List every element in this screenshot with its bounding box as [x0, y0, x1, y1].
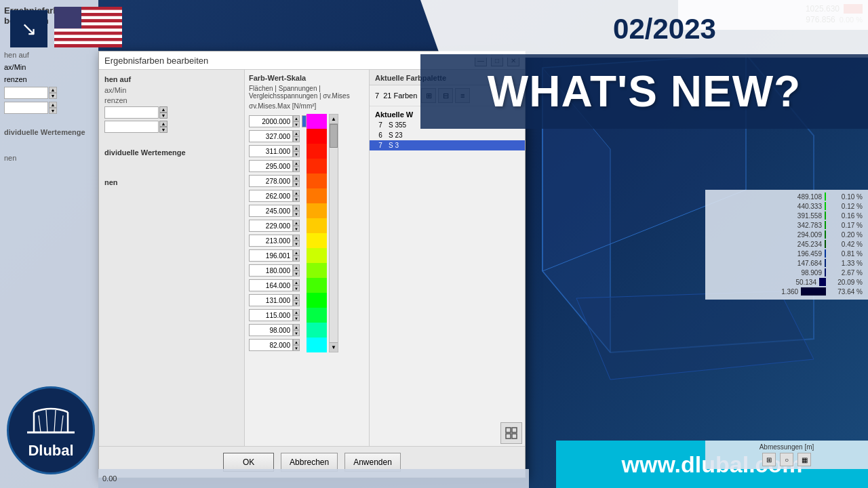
stat-right-val-1: 440.333 [797, 203, 822, 210]
cv-spin-up-3[interactable]: ▲ [293, 160, 300, 166]
cv-spin-down-14[interactable]: ▼ [293, 330, 300, 336]
cv-input-9[interactable] [249, 249, 293, 262]
cv-input-4[interactable] [249, 175, 293, 187]
stat-right-9: 50.134 20.09 % [711, 278, 863, 286]
left-spin-up1[interactable]: ▲ [49, 87, 57, 93]
cv-spin-down-7[interactable]: ▼ [293, 226, 300, 232]
cv-input-5[interactable] [249, 190, 293, 202]
left-spin-down1[interactable]: ▼ [49, 93, 57, 99]
dlp-spin2-up[interactable]: ▲ [159, 121, 167, 127]
dlp-spin2-down[interactable]: ▼ [159, 127, 167, 133]
cv-spin-up-11[interactable]: ▲ [293, 279, 300, 285]
color-scale-area: ▲▼▲▼▲▼▲▼▲▼▲▼▲▼▲▼▲▼▲▼▲▼▲▼▲▼▲▼▲▼▲▼ ▲ ▼ [249, 114, 365, 352]
stat-right-val-3: 342.783 [797, 222, 822, 229]
cv-input-11[interactable] [249, 279, 293, 291]
cv-spin-down-3[interactable]: ▼ [293, 166, 300, 172]
cv-spin-up-12[interactable]: ▲ [293, 294, 300, 300]
cv-input-8[interactable] [249, 235, 293, 247]
cv-spin-down-8[interactable]: ▼ [293, 241, 300, 247]
cv-spin-down-1[interactable]: ▼ [293, 136, 300, 142]
cv-spin-up-7[interactable]: ▲ [293, 220, 300, 226]
cv-spin-up-2[interactable]: ▲ [293, 145, 300, 151]
cv-spin-up-13[interactable]: ▲ [293, 309, 300, 315]
scroll-up-arrow[interactable]: ▲ [330, 115, 338, 124]
afp-row-2[interactable]: 7 S 3 [370, 140, 525, 150]
left-input-2[interactable] [4, 102, 48, 114]
abm-icon-2[interactable]: ○ [780, 453, 793, 466]
cv-input-13[interactable] [249, 309, 293, 321]
cv-spin-up-8[interactable]: ▲ [293, 235, 300, 241]
cv-input-10[interactable] [249, 264, 293, 277]
cv-input-2[interactable] [249, 145, 293, 157]
stat-right-bar-4 [825, 230, 826, 239]
cv-input-14[interactable] [249, 324, 293, 336]
afp-num-2: 7 [375, 142, 386, 149]
fvs-subtitle2: σv.Mises.Max [N/mm²] [249, 102, 365, 110]
stat-right-pct-6: 0.81 % [829, 250, 863, 258]
cs-row-0 [307, 114, 327, 129]
stat-right-bar-5 [825, 240, 826, 248]
cv-input-15[interactable] [249, 339, 293, 351]
cv-input-12[interactable] [249, 294, 293, 306]
cv-input-3[interactable] [249, 160, 293, 172]
cv-spin-up-max[interactable]: ▲ [293, 115, 300, 121]
afp-row-1[interactable]: 6 S 23 [370, 130, 525, 140]
cs-row-2 [307, 144, 327, 159]
dlp-input-1[interactable] [104, 106, 159, 119]
stat-right-5: 245.234 0.42 % [711, 240, 863, 248]
dlp-input-row2: ▲ ▼ [104, 121, 239, 133]
stat-right-val-5: 245.234 [797, 241, 822, 248]
cv-row-9: ▲▼ [249, 248, 307, 263]
cv-spin-down-11[interactable]: ▼ [293, 285, 300, 291]
cv-spin-up-5[interactable]: ▲ [293, 190, 300, 196]
cv-spin-down-4[interactable]: ▼ [293, 181, 300, 187]
stat-right-pct-10: 73.64 % [829, 288, 863, 296]
stat-right-bar-8 [825, 268, 826, 277]
cv-spin-down-12[interactable]: ▼ [293, 300, 300, 306]
afp-num-1: 6 [375, 131, 386, 139]
cv-row-15: ▲▼ [249, 338, 307, 352]
cv-spin-down-6[interactable]: ▼ [293, 211, 300, 217]
cv-spin-down-2[interactable]: ▼ [293, 151, 300, 157]
cv-spin-down-5[interactable]: ▼ [293, 196, 300, 202]
stat-right-val-4: 294.009 [797, 231, 822, 239]
cv-input-6[interactable] [249, 205, 293, 217]
scale-scrollbar[interactable]: ▲ ▼ [329, 114, 338, 352]
left-spin-up2[interactable]: ▲ [49, 102, 57, 108]
cv-spin-up-9[interactable]: ▲ [293, 249, 300, 256]
dlp-spin1-up[interactable]: ▲ [159, 106, 167, 113]
us-flag [54, 7, 122, 47]
cv-spin-up-6[interactable]: ▲ [293, 205, 300, 211]
stat-right-bar-9 [819, 278, 826, 286]
cv-input-max[interactable] [249, 115, 293, 127]
cv-spin-up-1[interactable]: ▲ [293, 130, 300, 136]
fvs-container: Farb-Wert-Skala Flächen | Spannungen | V… [245, 70, 369, 447]
dlp-grenzen: renzen [104, 96, 239, 104]
dlp-spin1-down[interactable]: ▼ [159, 113, 167, 119]
stat-right-2: 391.558 0.16 % [711, 211, 863, 220]
cv-spin-up-15[interactable]: ▲ [293, 339, 300, 345]
cv-row-13: ▲▼ [249, 308, 307, 323]
scrollbar-track [330, 124, 338, 342]
cv-spin-down-15[interactable]: ▼ [293, 345, 300, 351]
scroll-down-arrow[interactable]: ▼ [330, 342, 338, 352]
cv-spin-down-9[interactable]: ▼ [293, 256, 300, 262]
cv-spin-up-14[interactable]: ▲ [293, 324, 300, 330]
cv-spin-up-4[interactable]: ▲ [293, 175, 300, 181]
dlp-input-2[interactable] [104, 121, 159, 133]
stat-right-10: 1.360 73.64 % [711, 287, 863, 296]
left-spin-down2[interactable]: ▼ [49, 108, 57, 114]
abm-icon-3[interactable]: ▦ [797, 453, 811, 466]
cv-spin-up-10[interactable]: ▲ [293, 264, 300, 270]
left-input-1[interactable] [4, 87, 48, 99]
scrollbar-thumb[interactable] [330, 124, 338, 148]
dlubal-logo: Dlubal [7, 386, 95, 474]
abm-icon-1[interactable]: ⊞ [762, 453, 776, 466]
cv-input-7[interactable] [249, 220, 293, 232]
cv-spin-down-max[interactable]: ▼ [293, 121, 300, 127]
dlp-section1: hen auf [104, 75, 239, 83]
cv-spin-down-13[interactable]: ▼ [293, 315, 300, 321]
cv-input-1[interactable] [249, 130, 293, 142]
cv-row-11: ▲▼ [249, 278, 307, 293]
cv-spin-down-10[interactable]: ▼ [293, 270, 300, 277]
